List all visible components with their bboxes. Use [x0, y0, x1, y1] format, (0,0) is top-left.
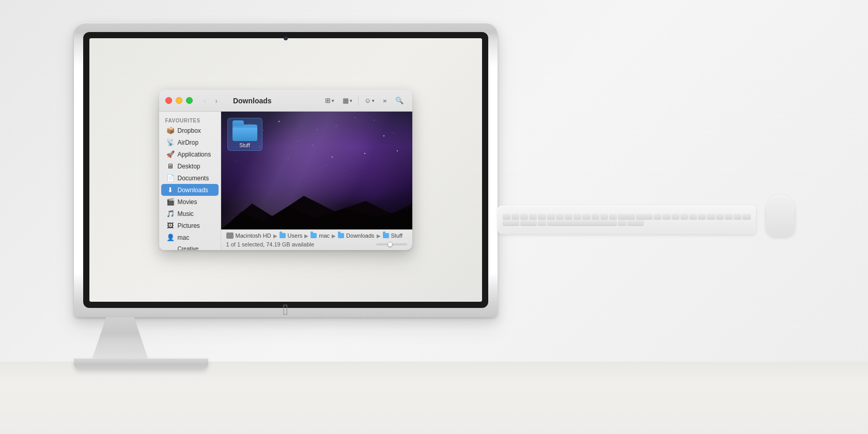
keyboard-keys — [498, 211, 756, 228]
key[interactable] — [547, 214, 555, 219]
close-button[interactable] — [165, 97, 172, 104]
folder-label: Stuff — [239, 143, 250, 148]
folder-icon — [233, 120, 257, 141]
sidebar-item-mac[interactable]: 👤 mac — [161, 231, 219, 243]
applications-icon: 🚀 — [166, 150, 175, 158]
key[interactable] — [618, 214, 634, 219]
list-icon: ▦ — [343, 97, 349, 104]
key[interactable] — [654, 214, 661, 219]
toolbar-divider — [358, 96, 359, 105]
share-button[interactable]: ☺ ▾ — [362, 95, 377, 106]
dropbox-icon: 📦 — [166, 127, 175, 134]
key[interactable] — [725, 214, 733, 219]
key[interactable] — [582, 214, 590, 219]
key[interactable] — [672, 214, 679, 219]
more-button[interactable]: » — [380, 95, 389, 106]
music-label: Music — [178, 210, 194, 218]
bc-sep-4: ▶ — [377, 233, 381, 239]
movies-icon: 🎬 — [166, 198, 175, 206]
key[interactable] — [627, 220, 644, 225]
key[interactable] — [503, 214, 510, 219]
key[interactable] — [609, 214, 617, 219]
mountains — [221, 193, 412, 229]
key[interactable] — [503, 220, 519, 225]
key[interactable] — [662, 214, 670, 219]
status-text: 1 of 1 selected, 74.19 GB available — [226, 241, 315, 247]
key[interactable] — [734, 214, 741, 219]
sidebar-item-creative-cloud[interactable]: ☁ Creative Cloud Files — [161, 243, 219, 250]
slider-track[interactable] — [376, 243, 407, 245]
bc-sep-2: ▶ — [304, 233, 308, 239]
airdrop-icon: 📡 — [166, 138, 175, 146]
music-icon: 🎵 — [166, 210, 175, 218]
creative-cloud-icon: ☁ — [166, 248, 175, 251]
hd-icon — [226, 233, 234, 239]
more-icon: » — [383, 97, 386, 104]
mac-icon: 👤 — [166, 234, 175, 241]
key[interactable] — [512, 214, 519, 219]
finder-window: ‹ › Downloads ⊞ ▾ ▦ ▾ — [159, 90, 412, 250]
key[interactable] — [618, 220, 626, 225]
key[interactable] — [689, 214, 697, 219]
documents-label: Documents — [178, 175, 209, 182]
list-view-button[interactable]: ▦ ▾ — [340, 95, 355, 106]
search-icon: 🔍 — [395, 97, 404, 104]
search-button[interactable]: 🔍 — [393, 95, 406, 106]
creative-cloud-label: Creative Cloud Files — [178, 245, 213, 250]
desktop-icon: 🖥 — [166, 162, 175, 170]
key[interactable] — [520, 214, 528, 219]
keyboard[interactable] — [498, 206, 756, 234]
share-icon: ☺ — [364, 97, 371, 104]
share-chevron: ▾ — [372, 98, 375, 103]
key[interactable] — [520, 220, 537, 225]
bc-stuff-icon — [383, 233, 389, 238]
key[interactable] — [742, 214, 750, 219]
spacebar[interactable] — [547, 220, 617, 225]
status-bar: Macintosh HD ▶ Users ▶ mac ▶ Downlo — [221, 229, 412, 250]
key[interactable] — [592, 214, 599, 219]
sidebar-item-pictures[interactable]: 🖼 Pictures — [161, 220, 219, 231]
bc-mac-icon — [311, 233, 317, 238]
zoom-slider[interactable] — [376, 243, 407, 245]
content-area[interactable]: Stuff — [221, 112, 412, 229]
grid-view-button[interactable]: ⊞ ▾ — [322, 95, 337, 106]
bc-mac-label: mac — [319, 233, 330, 239]
sidebar-item-applications[interactable]: 🚀 Applications — [161, 148, 219, 160]
bc-sep-1: ▶ — [273, 233, 277, 239]
key[interactable] — [556, 214, 564, 219]
key[interactable] — [716, 214, 724, 219]
list-chevron: ▾ — [350, 98, 352, 103]
key[interactable] — [574, 214, 581, 219]
finder-content: Stuff Macintosh HD ▶ Users — [221, 112, 412, 250]
key[interactable] — [538, 220, 546, 225]
slider-thumb[interactable] — [388, 242, 393, 247]
airdrop-label: AirDrop — [178, 139, 199, 146]
sidebar-item-dropbox[interactable]: 📦 Dropbox — [161, 125, 219, 136]
sidebar-item-documents[interactable]: 📄 Documents — [161, 172, 219, 184]
folder-item-stuff[interactable]: Stuff — [227, 118, 262, 151]
minimize-button[interactable] — [176, 97, 182, 104]
sidebar-item-music[interactable]: 🎵 Music — [161, 208, 219, 220]
key[interactable] — [698, 214, 706, 219]
key[interactable] — [707, 214, 715, 219]
bc-downloads-label: Downloads — [346, 233, 374, 239]
imac-base — [74, 359, 208, 370]
sidebar-item-desktop[interactable]: 🖥 Desktop — [161, 160, 219, 172]
grid-icon: ⊞ — [325, 97, 331, 104]
key[interactable] — [529, 214, 537, 219]
mouse[interactable] — [766, 195, 795, 237]
favourites-label: Favourites — [159, 116, 221, 125]
sidebar-item-downloads[interactable]: ⬇ Downloads — [161, 184, 219, 196]
key[interactable] — [538, 214, 546, 219]
dropbox-label: Dropbox — [178, 127, 201, 134]
sidebar-item-airdrop[interactable]: 📡 AirDrop — [161, 136, 219, 148]
finder-main: Favourites 📦 Dropbox 📡 AirDrop 🚀 — [159, 112, 412, 250]
key[interactable] — [680, 214, 688, 219]
key[interactable] — [636, 214, 653, 219]
key[interactable] — [565, 214, 572, 219]
bc-sep-3: ▶ — [332, 233, 336, 239]
applications-label: Applications — [178, 151, 211, 158]
sidebar-item-movies[interactable]: 🎬 Movies — [161, 196, 219, 208]
key[interactable] — [600, 214, 608, 219]
imac-stand — [74, 317, 167, 359]
